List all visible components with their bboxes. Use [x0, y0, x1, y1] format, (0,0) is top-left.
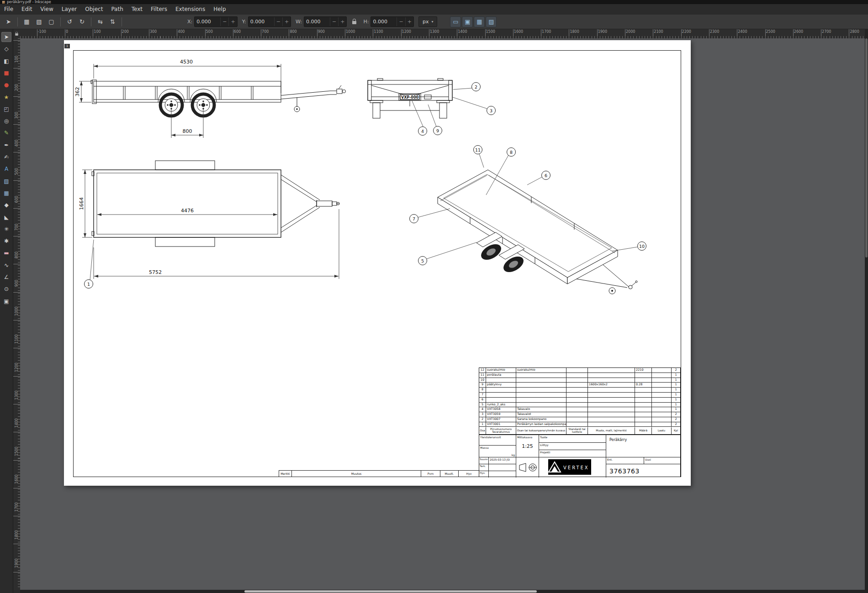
- rotate-ccw-icon[interactable]: ↺: [64, 16, 75, 27]
- parts-cell-kpl: 2: [671, 417, 680, 422]
- ruler-tick: [653, 29, 653, 38]
- scale-stroke-toggle-icon[interactable]: ▭: [450, 16, 461, 27]
- w-increment-button[interactable]: +: [338, 17, 346, 26]
- ruler-number: 2700: [822, 30, 831, 34]
- bezier-pen-tool[interactable]: ✒: [1, 140, 11, 150]
- scale-corners-toggle-icon[interactable]: ▣: [462, 16, 473, 27]
- h-increment-button[interactable]: +: [405, 17, 413, 26]
- h-input[interactable]: [371, 19, 397, 25]
- w-decrement-button[interactable]: −: [330, 17, 338, 26]
- x-decrement-button[interactable]: −: [220, 17, 228, 26]
- rotate-cw-icon[interactable]: ↻: [76, 16, 88, 27]
- parts-cell-laatu: [651, 422, 671, 427]
- selector-arrow-icon[interactable]: ➤: [3, 16, 14, 27]
- menu-item-help[interactable]: Help: [209, 4, 230, 15]
- y-increment-button[interactable]: +: [282, 17, 291, 26]
- callout-9: 9: [436, 128, 439, 133]
- callout-7: 7: [413, 216, 415, 221]
- star-tool[interactable]: ★: [1, 92, 11, 102]
- move-gradients-toggle-icon[interactable]: ▦: [474, 16, 485, 27]
- ruler-number: 1700: [15, 498, 19, 516]
- pencil-tool[interactable]: ✎: [1, 128, 11, 138]
- ruler-number: 2100: [654, 30, 663, 34]
- menu-item-file[interactable]: File: [0, 4, 17, 15]
- ruler-tick: [569, 29, 569, 38]
- parts-cell-osa: 2: [479, 417, 486, 422]
- flip-horizontal-icon[interactable]: ⇆: [95, 16, 106, 27]
- menu-item-edit[interactable]: Edit: [17, 4, 36, 15]
- flip-vertical-icon[interactable]: ⇅: [107, 16, 118, 27]
- parts-cell-laatu: [651, 383, 671, 387]
- box3d-tool[interactable]: ◰: [1, 104, 11, 114]
- document-page[interactable]: 1: [64, 40, 691, 486]
- scale-cell: Mittakaava 1:25: [516, 435, 539, 457]
- unit-selector[interactable]: px ▾: [418, 16, 438, 27]
- parts-cell-kuvaus: Takavalo: [516, 407, 566, 412]
- top-view: [92, 161, 339, 247]
- parts-cell-maara: [635, 412, 651, 417]
- designed-value: 2025-03-13 JSI: [489, 457, 511, 464]
- x-increment-button[interactable]: +: [228, 17, 237, 26]
- menu-item-path[interactable]: Path: [107, 4, 127, 15]
- pages-tool[interactable]: ▣: [1, 296, 11, 306]
- dropper-tool[interactable]: ◆: [1, 200, 11, 210]
- parts-cell-kuvaus: Takavalot: [516, 412, 566, 417]
- menu-item-text[interactable]: Text: [127, 4, 147, 15]
- w-label: W:: [296, 19, 302, 25]
- select-all-icon[interactable]: ▦: [21, 16, 32, 27]
- ruler-number: 1800: [570, 30, 579, 34]
- text-tool[interactable]: A: [1, 164, 11, 174]
- ruler-tick: [149, 29, 149, 38]
- ruler-number: 1400: [15, 414, 19, 432]
- lock-aspect-ratio-icon[interactable]: [350, 17, 358, 26]
- h-decrement-button[interactable]: −: [397, 17, 405, 26]
- rectangle-tool[interactable]: ■: [1, 68, 11, 78]
- horizontal-scrollbar[interactable]: [20, 590, 865, 593]
- parts-cell-muoto: [587, 417, 635, 422]
- horizontal-scrollbar-thumb[interactable]: [244, 590, 537, 593]
- parts-cell-maara: [635, 422, 651, 427]
- menu-item-filters[interactable]: Filters: [147, 4, 171, 15]
- canvas[interactable]: 1: [20, 38, 865, 590]
- ruler-tick: [625, 29, 625, 38]
- horizontal-ruler[interactable]: -100010020030040050060070080090010001100…: [20, 29, 865, 39]
- menu-item-layer[interactable]: Layer: [58, 4, 81, 15]
- vertical-scrollbar[interactable]: [865, 29, 868, 593]
- w-input[interactable]: [304, 19, 330, 25]
- deselect-icon[interactable]: ▢: [46, 16, 57, 27]
- tweak-tool[interactable]: ✳: [1, 224, 11, 234]
- ruler-number: 500: [206, 30, 213, 34]
- parts-table-row: 101: [479, 378, 680, 383]
- parts-cell-kpl: 1: [671, 398, 680, 402]
- menu-item-object[interactable]: Object: [81, 4, 107, 15]
- ruler-tick: [541, 29, 541, 38]
- menu-item-view[interactable]: View: [36, 4, 57, 15]
- vertical-ruler[interactable]: 0100200300400500600700800900100011001200…: [13, 38, 21, 590]
- revision-col-5: Hyv: [458, 471, 479, 477]
- select-same-icon[interactable]: ▧: [33, 16, 45, 27]
- menu-item-extensions[interactable]: Extensions: [171, 4, 209, 15]
- measure-tool[interactable]: ∠: [1, 272, 11, 282]
- ruler-corner-lock[interactable]: [13, 29, 21, 39]
- y-input[interactable]: [249, 19, 274, 25]
- gradient-tool[interactable]: ▧: [1, 176, 11, 186]
- shape-builder-tool[interactable]: ◧: [1, 56, 11, 66]
- ruler-number: 1500: [15, 442, 19, 460]
- ellipse-tool[interactable]: ●: [1, 80, 11, 90]
- calligraphy-tool[interactable]: ✍: [1, 152, 11, 162]
- move-patterns-toggle-icon[interactable]: ▨: [486, 16, 497, 27]
- paint-bucket-tool[interactable]: ◣: [1, 212, 11, 222]
- mesh-gradient-tool[interactable]: ▦: [1, 188, 11, 198]
- eraser-tool[interactable]: ▬: [1, 248, 11, 258]
- node-editor-tool[interactable]: ◇: [1, 44, 11, 54]
- x-input[interactable]: [195, 19, 220, 25]
- callout-10: 10: [639, 244, 645, 249]
- vertical-scrollbar-thumb[interactable]: [865, 38, 868, 257]
- y-decrement-button[interactable]: −: [274, 17, 282, 26]
- connector-tool[interactable]: ∿: [1, 260, 11, 270]
- selector-tool[interactable]: ➤: [1, 32, 11, 42]
- ent-cell: Ent.: [606, 457, 644, 464]
- spiral-tool[interactable]: ◎: [1, 116, 11, 126]
- spray-tool[interactable]: ✱: [1, 236, 11, 246]
- zoom-tool[interactable]: ⊙: [1, 284, 11, 294]
